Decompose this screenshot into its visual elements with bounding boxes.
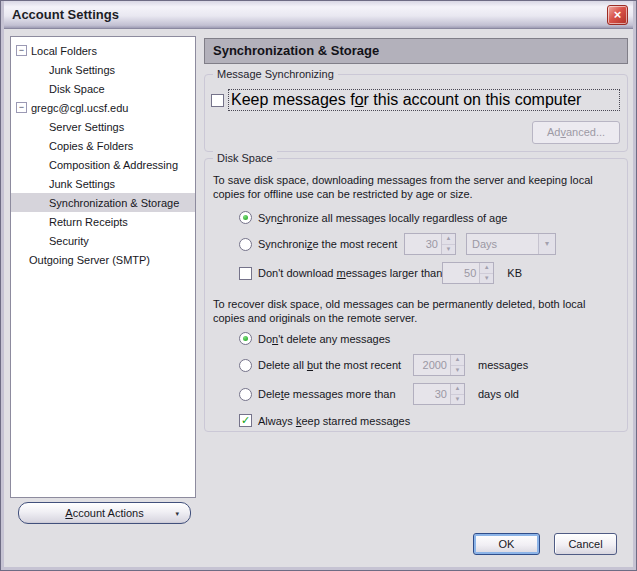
- sidebar-item-server-settings[interactable]: Server Settings: [11, 117, 195, 136]
- spin-down-icon[interactable]: ▼: [451, 395, 464, 405]
- spin-up-icon[interactable]: ▲: [451, 355, 464, 366]
- keep-messages-checkbox[interactable]: [211, 94, 224, 107]
- spin-up-icon[interactable]: ▲: [480, 263, 493, 274]
- days-old-label: days old: [478, 388, 519, 400]
- spin-up-icon[interactable]: ▲: [451, 384, 464, 395]
- disk-space-group: Disk Space To save disk space, downloadi…: [204, 158, 628, 432]
- keep-starred-row: ✓ Always keep starred messages: [239, 414, 617, 427]
- sidebar-item-label: Return Receipts: [49, 216, 128, 228]
- sidebar-item-label: Composition & Addressing: [49, 159, 178, 171]
- dont-delete-row: Don't delete any messages: [239, 332, 617, 345]
- account-actions-label: ccount Actions: [73, 507, 144, 519]
- sidebar-item-account[interactable]: − gregc@cgl.ucsf.edu: [11, 98, 195, 117]
- keep-starred-checkbox[interactable]: ✓: [239, 414, 252, 427]
- sidebar-item-label: Server Settings: [49, 121, 124, 133]
- sync-all-radio[interactable]: [239, 211, 252, 224]
- delete-all-but-row: Delete all but the most recent 2000 ▲▼ m…: [239, 354, 617, 376]
- dont-download-label[interactable]: Don't download messages larger than: [258, 267, 442, 279]
- sidebar-item-label: Synchronization & Storage: [49, 197, 179, 209]
- keep-starred-label[interactable]: Always keep starred messages: [258, 415, 410, 427]
- titlebar: Account Settings ×: [4, 1, 633, 29]
- settings-tree: − Local Folders Junk Settings Disk Space…: [10, 36, 196, 498]
- sync-recent-count-spinner[interactable]: 30 ▲▼: [404, 233, 456, 255]
- sync-recent-unit-dropdown[interactable]: Days ▾: [466, 233, 556, 255]
- keep-messages-label[interactable]: Keep messages for this account on this c…: [229, 90, 619, 110]
- delete-all-but-label[interactable]: Delete all but the most recent: [258, 359, 413, 371]
- sync-recent-row: Synchronize the most recent 30 ▲▼ Days ▾: [239, 233, 617, 255]
- sidebar-item-label: Junk Settings: [49, 178, 115, 190]
- chevron-down-icon[interactable]: ▾: [538, 234, 555, 254]
- keep-count-spinner[interactable]: 2000 ▲▼: [413, 354, 465, 376]
- sidebar-item-disk-space-local[interactable]: Disk Space: [11, 79, 195, 98]
- account-actions-accesskey: A: [65, 507, 72, 519]
- sidebar-item-junk-settings-local[interactable]: Junk Settings: [11, 60, 195, 79]
- page-title: Synchronization & Storage: [204, 38, 628, 64]
- kb-label: KB: [507, 267, 522, 279]
- sidebar-item-outgoing-server[interactable]: Outgoing Server (SMTP): [11, 250, 195, 269]
- account-actions-button[interactable]: Account Actions ▾: [18, 502, 191, 524]
- message-synchronizing-group: Message Synchronizing Keep messages for …: [204, 74, 628, 152]
- sync-recent-label[interactable]: Synchronize the most recent: [258, 238, 404, 250]
- sidebar-item-label: Local Folders: [31, 45, 97, 57]
- messages-label: messages: [478, 359, 528, 371]
- sidebar-item-synchronization-storage[interactable]: Synchronization & Storage: [11, 193, 195, 212]
- cancel-button[interactable]: Cancel: [554, 533, 617, 555]
- window-title: Account Settings: [4, 7, 119, 22]
- sidebar-item-return-receipts[interactable]: Return Receipts: [11, 212, 195, 231]
- group-title: Message Synchronizing: [213, 67, 338, 81]
- dont-delete-radio[interactable]: [239, 332, 252, 345]
- sidebar-item-junk-settings-account[interactable]: Junk Settings: [11, 174, 195, 193]
- sidebar-item-label: Security: [49, 235, 89, 247]
- group-title: Disk Space: [213, 151, 277, 165]
- sidebar-item-label: Copies & Folders: [49, 140, 133, 152]
- sync-all-row: Synchronize all messages locally regardl…: [239, 211, 617, 224]
- sidebar-item-label: Junk Settings: [49, 64, 115, 76]
- dont-download-row: Don't download messages larger than 50 ▲…: [239, 262, 617, 284]
- collapse-icon[interactable]: −: [16, 102, 27, 113]
- advanced-button[interactable]: Advanced...: [532, 121, 620, 144]
- sync-recent-radio[interactable]: [239, 238, 252, 251]
- sync-all-label[interactable]: Synchronize all messages locally regardl…: [258, 212, 507, 224]
- spin-down-icon[interactable]: ▼: [451, 366, 464, 376]
- max-size-spinner[interactable]: 50 ▲▼: [442, 262, 494, 284]
- sidebar-item-local-folders[interactable]: − Local Folders: [11, 41, 195, 60]
- delete-older-label[interactable]: Delete messages more than: [258, 388, 413, 400]
- close-icon[interactable]: ×: [607, 5, 628, 25]
- sidebar-item-composition-addressing[interactable]: Composition & Addressing: [11, 155, 195, 174]
- delete-older-radio[interactable]: [239, 388, 252, 401]
- ok-button[interactable]: OK: [473, 533, 540, 555]
- dont-download-checkbox[interactable]: [239, 267, 252, 280]
- dont-delete-label[interactable]: Don't delete any messages: [258, 333, 390, 345]
- delete-older-row: Delete messages more than 30 ▲▼ days old: [239, 383, 617, 405]
- sidebar-item-label: Disk Space: [49, 83, 105, 95]
- account-settings-window: Account Settings × − Local Folders Junk …: [0, 0, 637, 571]
- sidebar-item-label: gregc@cgl.ucsf.edu: [31, 102, 128, 114]
- check-icon: ✓: [240, 415, 251, 426]
- days-old-spinner[interactable]: 30 ▲▼: [413, 383, 465, 405]
- sidebar-item-security[interactable]: Security: [11, 231, 195, 250]
- delete-all-but-radio[interactable]: [239, 359, 252, 372]
- sidebar-item-copies-folders[interactable]: Copies & Folders: [11, 136, 195, 155]
- save-disk-space-text: To save disk space, downloading messages…: [213, 173, 617, 201]
- sidebar-item-label: Outgoing Server (SMTP): [29, 254, 150, 266]
- dropdown-arrow-icon: ▾: [175, 510, 179, 517]
- recover-disk-space-text: To recover disk space, old messages can …: [213, 297, 617, 325]
- spin-down-icon[interactable]: ▼: [480, 274, 493, 284]
- dialog-body: − Local Folders Junk Settings Disk Space…: [4, 29, 633, 567]
- collapse-icon[interactable]: −: [16, 45, 27, 56]
- spin-up-icon[interactable]: ▲: [442, 234, 455, 245]
- spin-down-icon[interactable]: ▼: [442, 245, 455, 255]
